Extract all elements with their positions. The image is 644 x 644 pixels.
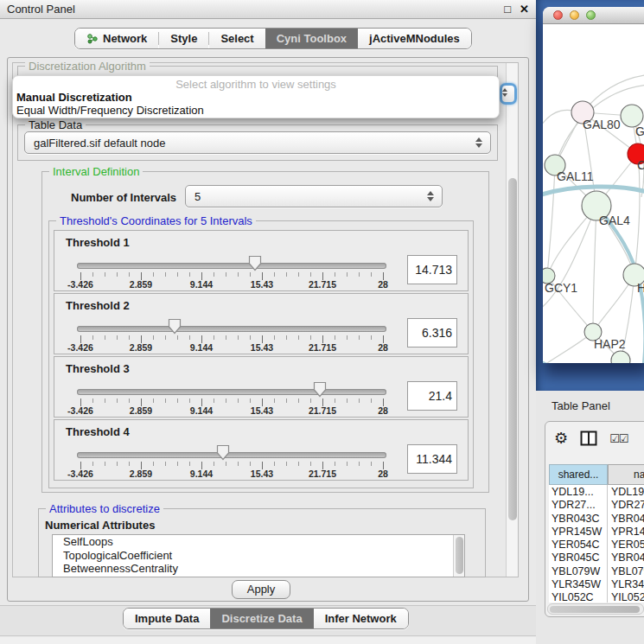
column-header-name[interactable]: name bbox=[608, 464, 644, 485]
zoom-traffic-light-icon[interactable] bbox=[586, 10, 596, 20]
table-cell: YBR043C bbox=[611, 513, 644, 526]
table-horizontal-scrollbar[interactable] bbox=[547, 603, 644, 615]
table-column-shared[interactable]: YDL19... YDR27... YBR043C YPR145W YER054… bbox=[552, 486, 602, 603]
table-cell: YDR27... bbox=[552, 499, 602, 512]
tick-label: 15.43 bbox=[251, 469, 273, 479]
attributes-list-scrollbar[interactable] bbox=[453, 535, 464, 577]
tab-jactivemnodules[interactable]: jActiveMNodules bbox=[358, 29, 471, 48]
threshold-4-box: Threshold 4 -3.426 2.859 9.144 15.43 21.… bbox=[54, 419, 469, 481]
minimize-traffic-light-icon[interactable] bbox=[570, 10, 579, 20]
slider-thumb[interactable] bbox=[216, 444, 230, 464]
numerical-attributes-label: Numerical Attributes bbox=[45, 519, 155, 532]
table-cell: YER054C bbox=[611, 539, 644, 552]
tick-label: 28 bbox=[378, 405, 388, 416]
tick-label: 2.859 bbox=[130, 279, 152, 290]
float-window-icon[interactable]: □ bbox=[504, 3, 511, 16]
tab-select[interactable]: Select bbox=[209, 29, 265, 48]
slider-thumb[interactable] bbox=[168, 318, 182, 338]
tick-label: 9.144 bbox=[190, 342, 213, 353]
split-table-icon[interactable] bbox=[580, 430, 597, 446]
threshold-value-field[interactable]: 14.713 bbox=[407, 255, 457, 284]
threshold-value-field[interactable]: 11.344 bbox=[407, 444, 457, 474]
tick-label: 15.43 bbox=[251, 342, 273, 353]
threshold-2-box: Threshold 2 -3.426 2.859 9.144 15.43 21.… bbox=[54, 293, 469, 354]
table-cell: YBR045C bbox=[611, 552, 644, 564]
combo-placeholder-item[interactable]: Select algorithm to view settings bbox=[13, 78, 499, 91]
control-panel-tabs: Network Style Select Cyni Toolbox jActiv… bbox=[74, 28, 472, 49]
tick-label: 21.715 bbox=[309, 342, 336, 353]
tick-label: -3.426 bbox=[67, 279, 93, 290]
tick-label: 28 bbox=[378, 279, 388, 290]
tab-style[interactable]: Style bbox=[159, 29, 208, 48]
node-table-panel: ⚙ ☑☑ shared... name YDL19... YDR27... YB… bbox=[545, 421, 644, 617]
tick-label: 9.144 bbox=[190, 405, 213, 416]
threshold-value-field[interactable]: 6.316 bbox=[407, 318, 457, 348]
network-canvas[interactable]: GAL80 GA C GAL11 GAL4 GCY1 H HAP2 bbox=[543, 24, 644, 363]
table-cell: YBL079W bbox=[552, 565, 602, 578]
tab-label: Infer Network bbox=[325, 612, 397, 625]
tab-cyni-toolbox[interactable]: Cyni Toolbox bbox=[265, 29, 358, 48]
tick-label: 21.715 bbox=[309, 279, 336, 290]
gear-icon[interactable]: ⚙ bbox=[554, 430, 568, 446]
combo-value: 5 bbox=[194, 190, 201, 203]
select-columns-icon[interactable]: ☑☑ bbox=[609, 432, 628, 445]
tick-label: -3.426 bbox=[67, 405, 93, 416]
slider-thumb[interactable] bbox=[248, 255, 262, 275]
tab-infer-network[interactable]: Infer Network bbox=[314, 609, 408, 628]
fieldset-legend: Table Data bbox=[25, 118, 86, 131]
tick-label: 15.43 bbox=[251, 279, 273, 290]
popup-item-equal-width[interactable]: Equal Width/Frequency Discretization bbox=[16, 104, 204, 117]
tick-label: 21.715 bbox=[309, 469, 336, 479]
table-cell: YLR345W bbox=[611, 578, 644, 591]
table-data-combo[interactable]: galFiltered.sif default node bbox=[24, 131, 491, 154]
tick-label: -3.426 bbox=[67, 469, 93, 479]
table-cell: YIL052C bbox=[552, 591, 602, 603]
list-item[interactable]: TopologicalCoefficient bbox=[53, 549, 464, 563]
popup-item-manual-discretization[interactable]: Manual Discretization bbox=[16, 91, 132, 104]
column-header-shared-name[interactable]: shared... bbox=[549, 464, 608, 485]
network-view-window[interactable]: GAL80 GA C GAL11 GAL4 GCY1 H HAP2 bbox=[543, 7, 644, 363]
list-item[interactable]: SelfLoops bbox=[53, 535, 464, 549]
tick-label: 2.859 bbox=[130, 405, 152, 416]
tick-label: 21.715 bbox=[309, 405, 336, 416]
list-item[interactable]: BetweennessCentrality bbox=[53, 562, 464, 576]
settings-scrollbar[interactable] bbox=[506, 63, 518, 577]
node-bottom[interactable] bbox=[611, 351, 630, 363]
number-of-intervals-combo[interactable]: 5 bbox=[185, 185, 443, 207]
tab-impute-data[interactable]: Impute Data bbox=[124, 609, 210, 628]
node-label: GAL80 bbox=[583, 118, 621, 131]
node-label: GAL11 bbox=[557, 169, 594, 183]
numerical-attributes-list: SelfLoops TopologicalCoefficient Between… bbox=[52, 534, 465, 577]
tab-label: Style bbox=[170, 32, 197, 45]
threshold-label: Threshold 1 bbox=[66, 236, 130, 249]
tab-network[interactable]: Network bbox=[75, 29, 158, 48]
combo-arrows-icon bbox=[475, 137, 482, 148]
table-cell: YDL19... bbox=[611, 486, 644, 499]
control-panel-titlebar: Control Panel □ ✕ bbox=[0, 0, 536, 19]
node-label: H bbox=[637, 281, 644, 295]
fieldset-legend: Discretization Algorithm bbox=[25, 60, 150, 73]
combo-value: galFiltered.sif default node bbox=[34, 137, 165, 150]
algorithm-combo-button[interactable] bbox=[500, 83, 517, 105]
table-cell: YER054C bbox=[552, 539, 602, 552]
node-label: C bbox=[637, 158, 644, 172]
tick-label: -3.426 bbox=[67, 342, 93, 353]
threshold-label: Threshold 4 bbox=[66, 425, 130, 438]
apply-button[interactable]: Apply bbox=[232, 580, 290, 599]
table-cell: YBR043C bbox=[552, 513, 602, 526]
slider-thumb[interactable] bbox=[313, 381, 327, 401]
tick-label: 2.859 bbox=[130, 469, 152, 479]
network-window-titlebar[interactable] bbox=[543, 7, 644, 24]
node-label: HAP2 bbox=[594, 337, 626, 351]
table-cell: YLR345W bbox=[552, 578, 602, 591]
close-icon[interactable]: ✕ bbox=[520, 3, 529, 16]
threshold-value-field[interactable]: 21.4 bbox=[407, 381, 457, 411]
tick-label: 28 bbox=[378, 469, 388, 479]
tab-label: Select bbox=[220, 32, 253, 45]
tab-discretize-data[interactable]: Discretize Data bbox=[210, 609, 313, 628]
table-cell: YPR145W bbox=[552, 526, 602, 539]
table-column-name[interactable]: YDL19... YDR27... YBR043C YPR145W YER054… bbox=[611, 486, 644, 603]
column-divider bbox=[607, 485, 608, 603]
threshold-label: Threshold 3 bbox=[66, 362, 130, 375]
close-traffic-light-icon[interactable] bbox=[553, 10, 563, 20]
